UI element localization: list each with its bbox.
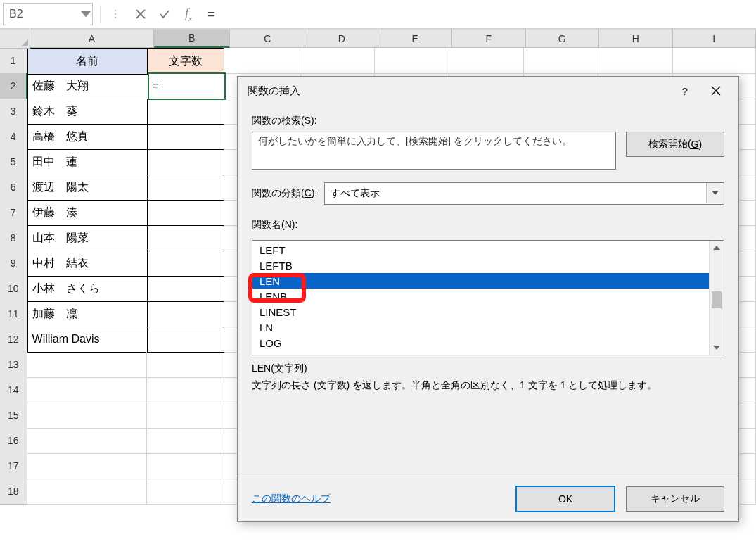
function-list-item[interactable]: LENB <box>252 289 709 304</box>
cell-I1[interactable] <box>673 48 756 74</box>
dialog-titlebar[interactable]: 関数の挿入 ? <box>238 77 738 105</box>
row-header[interactable]: 17 <box>0 453 27 479</box>
cell-A10[interactable]: 小林 さくら <box>27 276 148 302</box>
row-header[interactable]: 3 <box>0 99 27 125</box>
cell-B15[interactable] <box>147 403 224 429</box>
cell-A11[interactable]: 加藤 凜 <box>27 301 148 327</box>
cell-B2[interactable]: = <box>148 73 225 99</box>
cell-B4[interactable] <box>148 124 225 150</box>
cell-A2[interactable]: 佐藤 大翔 <box>27 73 148 99</box>
cell-A13[interactable] <box>27 352 147 378</box>
cell-A18[interactable] <box>27 479 147 505</box>
cell-B14[interactable] <box>147 377 224 403</box>
row-header[interactable]: 1 <box>0 48 27 74</box>
cell-A6[interactable]: 渡辺 陽太 <box>27 175 148 201</box>
cell-E1[interactable] <box>375 48 449 74</box>
svg-point-1 <box>115 13 116 15</box>
cell-A16[interactable] <box>27 428 147 454</box>
cell-B16[interactable] <box>147 428 224 454</box>
cell-A14[interactable] <box>27 377 147 403</box>
ok-button[interactable]: OK <box>516 486 615 512</box>
col-header-c[interactable]: C <box>230 30 305 48</box>
cell-A1[interactable]: 名前 <box>27 48 148 75</box>
cell-B7[interactable] <box>148 200 225 226</box>
row-header[interactable]: 5 <box>0 149 27 175</box>
row-header[interactable]: 6 <box>0 175 27 201</box>
dialog-close-button[interactable] <box>700 80 731 102</box>
scroll-thumb[interactable] <box>712 291 722 308</box>
insert-function-icon[interactable]: fx <box>177 4 200 25</box>
function-list-item[interactable]: LN <box>252 320 709 335</box>
function-list-item[interactable]: LEN <box>252 273 709 289</box>
function-list-item[interactable]: LOG <box>252 335 709 350</box>
col-header-d[interactable]: D <box>305 30 379 48</box>
function-listbox[interactable]: LEFTLEFTBLENLENBLINESTLNLOG <box>252 240 724 355</box>
name-box[interactable]: B2 <box>3 3 93 25</box>
row-header[interactable]: 15 <box>0 403 27 429</box>
cell-H1[interactable] <box>598 48 673 74</box>
row-header[interactable]: 11 <box>0 301 27 327</box>
cell-A8[interactable]: 山本 陽菜 <box>27 225 148 251</box>
cell-A4[interactable]: 高橋 悠真 <box>27 124 148 150</box>
col-header-a[interactable]: A <box>30 30 154 48</box>
dialog-help-button[interactable]: ? <box>669 80 700 102</box>
col-header-h[interactable]: H <box>599 30 673 48</box>
cell-B18[interactable] <box>147 479 224 505</box>
cell-C1[interactable] <box>224 48 300 74</box>
select-all-corner[interactable] <box>0 30 30 49</box>
cell-A5[interactable]: 田中 蓮 <box>27 149 148 175</box>
cell-B10[interactable] <box>148 276 225 302</box>
scroll-down-icon[interactable] <box>710 341 724 355</box>
row-header[interactable]: 7 <box>0 200 27 226</box>
cancel-button[interactable]: キャンセル <box>626 486 724 512</box>
col-header-i[interactable]: I <box>673 30 756 48</box>
cell-B11[interactable] <box>148 301 225 327</box>
category-select[interactable]: すべて表示 <box>324 182 724 205</box>
cell-A17[interactable] <box>27 453 147 479</box>
cell-A15[interactable] <box>27 403 147 429</box>
function-help-link[interactable]: この関数のヘルプ <box>252 493 331 505</box>
cell-B8[interactable] <box>148 225 225 251</box>
row-header[interactable]: 8 <box>0 225 27 251</box>
col-header-g[interactable]: G <box>526 30 600 48</box>
col-header-f[interactable]: F <box>452 30 526 48</box>
accept-formula-icon[interactable] <box>153 4 177 25</box>
listbox-scrollbar[interactable] <box>709 241 724 355</box>
formula-input[interactable]: = <box>200 4 756 25</box>
col-header-b[interactable]: B <box>154 30 231 48</box>
row-header[interactable]: 10 <box>0 276 27 302</box>
cell-F1[interactable] <box>449 48 524 74</box>
row-header[interactable]: 16 <box>0 428 27 454</box>
function-search-input[interactable]: 何がしたいかを簡単に入力して、[検索開始] をクリックしてください。 <box>252 132 616 170</box>
cell-B9[interactable] <box>148 251 225 277</box>
cell-B13[interactable] <box>147 352 224 378</box>
chevron-down-icon[interactable] <box>706 183 724 203</box>
function-list-item[interactable]: LEFTB <box>252 258 709 273</box>
cell-B17[interactable] <box>147 453 224 479</box>
name-box-dropdown-icon[interactable] <box>81 6 91 22</box>
cancel-formula-icon[interactable] <box>129 4 153 25</box>
row-header[interactable]: 14 <box>0 377 27 403</box>
function-list-item[interactable]: LEFT <box>252 242 709 258</box>
cell-B12[interactable] <box>148 327 225 353</box>
search-start-button[interactable]: 検索開始(G) <box>626 132 724 157</box>
cell-A3[interactable]: 鈴木 葵 <box>27 99 148 125</box>
cell-B6[interactable] <box>148 175 225 201</box>
row-header[interactable]: 12 <box>0 327 27 353</box>
cell-A12[interactable]: William Davis <box>27 327 148 353</box>
scroll-up-icon[interactable] <box>710 241 724 255</box>
col-header-e[interactable]: E <box>378 30 452 48</box>
cell-G1[interactable] <box>524 48 598 74</box>
row-header[interactable]: 13 <box>0 352 27 378</box>
cell-B5[interactable] <box>148 149 225 175</box>
row-header[interactable]: 2 <box>0 73 27 99</box>
row-header[interactable]: 9 <box>0 251 27 277</box>
cell-B3[interactable] <box>148 99 225 125</box>
row-header[interactable]: 18 <box>0 479 27 505</box>
function-list-item[interactable]: LINEST <box>252 304 709 320</box>
cell-A7[interactable]: 伊藤 湊 <box>27 200 148 226</box>
row-header[interactable]: 4 <box>0 124 27 150</box>
cell-B1[interactable]: 文字数 <box>148 48 225 75</box>
cell-A9[interactable]: 中村 結衣 <box>27 251 148 277</box>
cell-D1[interactable] <box>300 48 375 74</box>
